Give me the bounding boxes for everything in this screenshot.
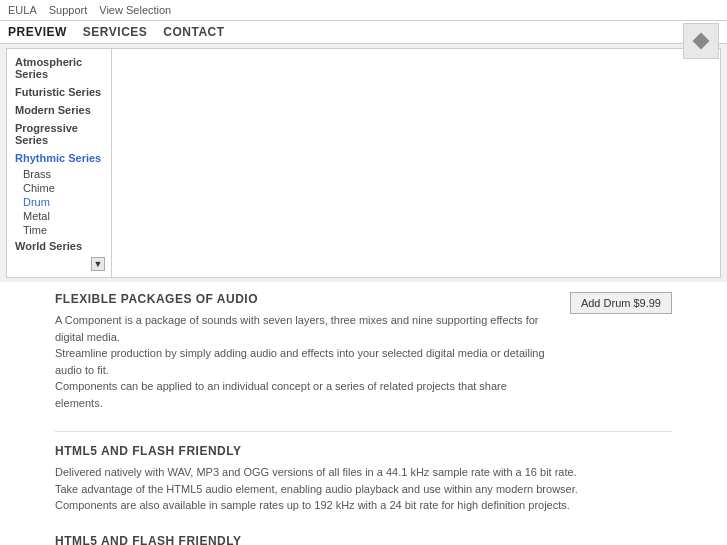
svg-rect-0: [693, 33, 710, 50]
topbar-support[interactable]: Support: [49, 4, 88, 16]
sidebar-item-chime[interactable]: Chime: [7, 181, 111, 195]
sidebar-item-time[interactable]: Time: [7, 223, 111, 237]
section-flexible-audio-para1: A Component is a package of sounds with …: [55, 312, 550, 345]
section-flexible-audio-para2: Streamline production by simply adding a…: [55, 345, 550, 378]
sidebar: Atmospheric Series Futuristic Series Mod…: [7, 49, 112, 277]
topbar-eula[interactable]: EULA: [8, 4, 37, 16]
content-wrapper: Atmospheric Series Futuristic Series Mod…: [6, 48, 721, 278]
sections: FLEXIBLE PACKAGES OF AUDIO A Component i…: [0, 282, 727, 545]
nav-contact[interactable]: CONTACT: [163, 25, 224, 39]
nav-services[interactable]: SERVICES: [83, 25, 147, 39]
section-flexible-audio-row: FLEXIBLE PACKAGES OF AUDIO A Component i…: [55, 292, 672, 411]
section-html5-flash-1: HTML5 AND FLASH FRIENDLY Delivered nativ…: [55, 444, 672, 514]
main-nav: PREVIEW SERVICES CONTACT: [0, 21, 727, 44]
section-html5-flash-2: HTML5 AND FLASH FRIENDLY Delivered nativ…: [55, 534, 672, 546]
section-flexible-audio-title: FLEXIBLE PACKAGES OF AUDIO: [55, 292, 550, 306]
topbar-view-selection[interactable]: View Selection: [99, 4, 171, 16]
nav-preview[interactable]: PREVIEW: [8, 25, 67, 39]
section-html5-flash-1-para1: Delivered natively with WAV, MP3 and OGG…: [55, 464, 672, 481]
sidebar-item-brass[interactable]: Brass: [7, 167, 111, 181]
sidebar-atmospheric[interactable]: Atmospheric Series: [7, 53, 111, 83]
sidebar-progressive[interactable]: Progressive Series: [7, 119, 111, 149]
section-html5-flash-2-title: HTML5 AND FLASH FRIENDLY: [55, 534, 672, 546]
preview-area: [112, 49, 720, 277]
scroll-down-button[interactable]: ▼: [91, 257, 105, 271]
sidebar-futuristic[interactable]: Futuristic Series: [7, 83, 111, 101]
top-bar: EULA Support View Selection: [0, 0, 727, 21]
sidebar-rhythmic[interactable]: Rhythmic Series: [7, 149, 111, 167]
section-html5-flash-1-para3: Components are also available in sample …: [55, 497, 672, 514]
logo-icon: [683, 23, 719, 59]
section-html5-flash-1-title: HTML5 AND FLASH FRIENDLY: [55, 444, 672, 458]
section-flexible-audio-para3: Components can be applied to an individu…: [55, 378, 550, 411]
sidebar-world[interactable]: World Series: [7, 237, 111, 255]
divider-1: [55, 431, 672, 432]
section-flexible-audio: FLEXIBLE PACKAGES OF AUDIO A Component i…: [55, 292, 672, 411]
add-drum-button-container: Add Drum $9.99: [570, 292, 672, 314]
section-flexible-audio-text-col: FLEXIBLE PACKAGES OF AUDIO A Component i…: [55, 292, 550, 411]
sidebar-item-metal[interactable]: Metal: [7, 209, 111, 223]
sidebar-item-drum[interactable]: Drum: [7, 195, 111, 209]
section-html5-flash-1-para2: Take advantage of the HTML5 audio elemen…: [55, 481, 672, 498]
add-drum-button[interactable]: Add Drum $9.99: [570, 292, 672, 314]
sidebar-modern[interactable]: Modern Series: [7, 101, 111, 119]
sidebar-scroll-area: ▼: [7, 255, 111, 273]
